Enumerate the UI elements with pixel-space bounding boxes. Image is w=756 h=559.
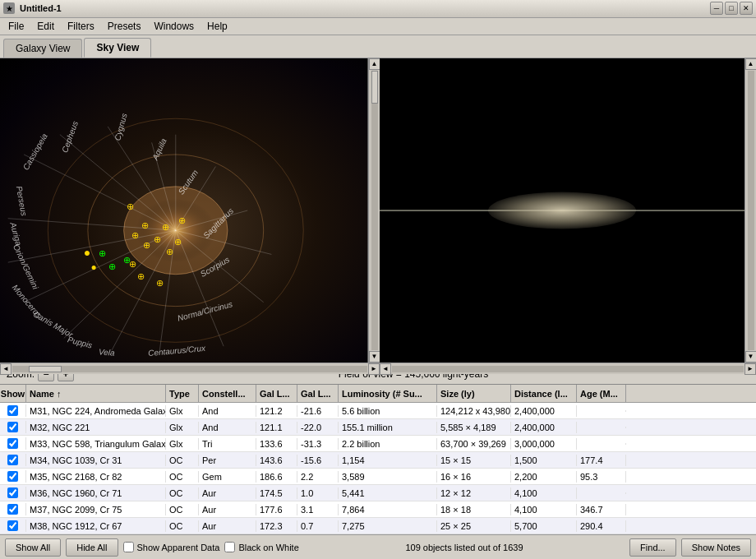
tab-sky-view[interactable]: Sky View — [84, 38, 151, 58]
td-show[interactable] — [0, 421, 26, 433]
th-luminosity[interactable]: Luminosity (# Su... — [339, 385, 437, 402]
star-m12[interactable]: ⊕ — [154, 279, 164, 289]
show-all-button[interactable]: Show All — [5, 538, 61, 557]
th-distance[interactable]: Distance (l... — [511, 385, 577, 402]
star-m8[interactable]: ⊕ — [177, 216, 187, 226]
galaxy-vscroll-up[interactable]: ▲ — [369, 58, 380, 70]
table-row[interactable]: M33, NGC 598, Triangulum Galaxy Glx Tri … — [0, 436, 756, 452]
td-luminosity: 7,275 — [339, 520, 437, 532]
maximize-button[interactable]: □ — [725, 2, 738, 15]
td-constellation: Aur — [199, 487, 256, 499]
table-row[interactable]: M31, NGC 224, Andromeda Galaxy Glx And 1… — [0, 403, 756, 419]
td-size: 18 × 18 — [437, 504, 511, 515]
close-button[interactable]: ✕ — [740, 2, 753, 15]
sky-hscroll-right[interactable]: ► — [744, 363, 756, 375]
th-age[interactable]: Age (M... — [577, 385, 626, 402]
menu-windows[interactable]: Windows — [147, 18, 201, 35]
th-type[interactable]: Type — [166, 385, 199, 402]
td-name: M37, NGC 2099, Cr 75 — [26, 504, 166, 515]
sky-vscroll[interactable]: ▲ ▼ — [744, 58, 756, 363]
td-show[interactable] — [0, 520, 26, 532]
star-m7[interactable]: ⊕ — [173, 238, 182, 247]
row-checkbox[interactable] — [7, 438, 18, 449]
star-m9[interactable]: ⊕ — [127, 260, 137, 270]
td-show[interactable] — [0, 454, 26, 466]
table-row[interactable]: M35, NGC 2168, Cr 82 OC Gem 186.6 2.2 3,… — [0, 469, 756, 485]
star-m3[interactable]: ⊕ — [141, 241, 151, 251]
menu-file[interactable]: File — [2, 18, 30, 35]
galaxy-vscroll-down[interactable]: ▼ — [369, 351, 380, 363]
row-checkbox[interactable] — [7, 487, 18, 498]
td-gal-lat: 1.0 — [297, 487, 339, 499]
tab-galaxy-view[interactable]: Galaxy View — [3, 39, 82, 58]
black-on-white-label[interactable]: Black on White — [224, 542, 298, 552]
td-age — [577, 427, 626, 428]
sky-vscroll-down[interactable]: ▼ — [745, 351, 757, 363]
star-m32[interactable]: ● — [89, 262, 99, 272]
star-m6[interactable]: ⊕ — [164, 247, 174, 257]
row-checkbox[interactable] — [7, 471, 18, 482]
th-constellation[interactable]: Constell... — [199, 385, 256, 402]
td-show[interactable] — [0, 487, 26, 499]
table-row[interactable]: M32, NGC 221 Glx And 121.1 -22.0 155.1 m… — [0, 419, 756, 436]
galaxy-panel[interactable]: Cassiopeia Cepheus Cygnus Aquila Scutum … — [0, 58, 368, 363]
td-show[interactable] — [0, 503, 26, 515]
find-button[interactable]: Find... — [629, 538, 676, 557]
star-andromeda[interactable]: ● — [82, 247, 92, 257]
th-name[interactable]: Name ↑ — [26, 385, 166, 402]
star-m45[interactable]: ⊕ — [97, 249, 107, 259]
table-row[interactable]: M34, NGC 1039, Cr 31 OC Per 143.6 -15.6 … — [0, 452, 756, 469]
td-gal-lat: 3.1 — [297, 504, 339, 515]
star-m5[interactable]: ⊕ — [160, 223, 170, 233]
sky-vscroll-up[interactable]: ▲ — [745, 58, 757, 70]
row-checkbox[interactable] — [7, 520, 18, 531]
th-size[interactable]: Size (ly) — [437, 385, 511, 402]
td-size: 124,212 x 43,980 — [437, 405, 511, 417]
row-checkbox[interactable] — [7, 422, 18, 432]
star-m10[interactable]: ⊕ — [136, 272, 145, 282]
td-distance: 5,700 — [511, 520, 577, 532]
galaxy-hscroll-right[interactable]: ► — [368, 363, 380, 375]
star-m4[interactable]: ⊕ — [152, 235, 162, 245]
star-local-1[interactable]: ⊕ — [107, 262, 117, 272]
black-on-white-checkbox[interactable] — [224, 542, 235, 552]
star-m2[interactable]: ⊕ — [140, 221, 150, 231]
td-name: M35, NGC 2168, Cr 82 — [26, 471, 166, 483]
hide-all-button[interactable]: Hide All — [66, 538, 118, 557]
td-type: Glx — [166, 422, 199, 433]
star-m1[interactable]: ⊕ — [130, 231, 140, 241]
table-row[interactable]: M38, NGC 1912, Cr 67 OC Aur 172.3 0.7 7,… — [0, 518, 756, 534]
show-apparent-data-label[interactable]: Show Apparent Data — [123, 542, 220, 552]
td-show[interactable] — [0, 470, 26, 483]
sky-hscroll-left[interactable]: ◄ — [380, 363, 391, 375]
row-checkbox[interactable] — [7, 405, 18, 416]
th-gal-long[interactable]: Gal L... — [256, 385, 297, 402]
td-constellation: Aur — [199, 520, 256, 532]
galaxy-hscroll[interactable]: ◄ ► — [0, 363, 380, 374]
black-on-white-text: Black on White — [238, 543, 298, 552]
td-gal-long: 186.6 — [256, 471, 297, 483]
row-checkbox[interactable] — [7, 504, 18, 515]
galaxy-hscroll-left[interactable]: ◄ — [0, 363, 12, 375]
td-type: OC — [166, 504, 199, 515]
table-row[interactable]: M36, NGC 1960, Cr 71 OC Aur 174.5 1.0 5,… — [0, 485, 756, 501]
menu-help[interactable]: Help — [201, 18, 234, 35]
show-notes-button[interactable]: Show Notes — [681, 538, 751, 557]
td-type: OC — [166, 455, 199, 466]
table-row[interactable]: M37, NGC 2099, Cr 75 OC Aur 177.6 3.1 7,… — [0, 501, 756, 518]
sky-panel[interactable]: ⊕ ⊕ ⊕ ⊕ ⊕ ⊕ ⊕ ⊕ ⊕ ⊕ ⊕ ⊕ ⊕ ⊕ ⊕ ⊕ ⊕ — [380, 58, 744, 363]
galaxy-vscroll[interactable]: ▲ ▼ — [368, 58, 380, 363]
td-show[interactable] — [0, 437, 26, 450]
th-gal-lat[interactable]: Gal L... — [297, 385, 339, 402]
menu-edit[interactable]: Edit — [30, 18, 61, 35]
show-apparent-data-checkbox[interactable] — [123, 542, 134, 552]
menu-presets[interactable]: Presets — [101, 18, 148, 35]
td-size: 12 × 12 — [437, 487, 511, 499]
menu-filters[interactable]: Filters — [61, 18, 101, 35]
td-show[interactable] — [0, 404, 26, 417]
minimize-button[interactable]: ─ — [710, 2, 723, 15]
star-m11[interactable]: ⊕ — [125, 202, 135, 212]
row-checkbox[interactable] — [7, 455, 18, 465]
td-size: 63,700 × 39,269 — [437, 438, 511, 450]
sky-hscroll[interactable]: ◄ ► — [380, 363, 756, 374]
